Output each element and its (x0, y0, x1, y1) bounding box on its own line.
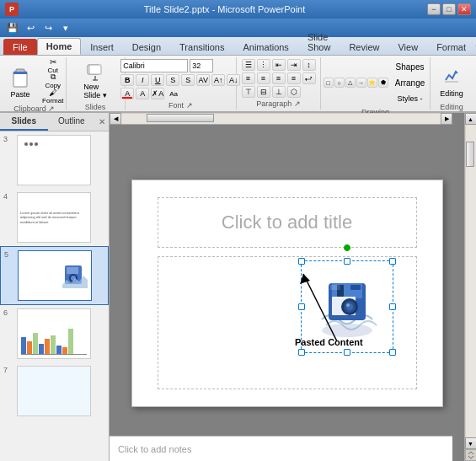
scroll-left-btn[interactable]: ◀ (110, 113, 121, 125)
quick-styles-button[interactable]: Styles - (393, 91, 428, 106)
new-slide-button[interactable]: NewSlide ▾ (79, 59, 111, 101)
tab-insert[interactable]: Insert (81, 39, 123, 55)
tab-file[interactable]: File (3, 39, 37, 55)
numbering-button[interactable]: ⋮ (257, 59, 270, 71)
handle-ml[interactable] (298, 303, 305, 310)
shape-btn-6[interactable]: ⬟ (378, 78, 388, 88)
tab-transitions[interactable]: Transitions (170, 39, 233, 55)
canvas-container: ◀ ▶ Click to add title (110, 113, 476, 461)
scroll-thumb[interactable] (466, 142, 474, 167)
char-spacing-button[interactable]: AV (196, 74, 210, 86)
redo-quick-btn[interactable]: ↪ (40, 20, 56, 35)
tab-view[interactable]: View (388, 39, 427, 55)
save-quick-btn[interactable]: 💾 (5, 20, 20, 35)
pasted-object[interactable] (301, 260, 393, 353)
clear-format-button[interactable]: ✗A (151, 88, 164, 99)
editing-button[interactable]: Editing (436, 59, 468, 101)
floppy-disk-image (313, 273, 381, 340)
paragraph-group: ☰ ⋮ ⇤ ⇥ ↕ ≡ ≡ ≡ ≡ ⮐ ⊤ ⊟ ⊥ ⬡ Paragraph ↗ (237, 57, 321, 110)
restore-button[interactable]: □ (442, 3, 456, 15)
strikethrough-button[interactable]: S (166, 74, 179, 86)
align-middle-button[interactable]: ⊟ (257, 86, 270, 98)
paste-button[interactable]: Paste (3, 60, 38, 102)
align-center-button[interactable]: ≡ (257, 72, 270, 84)
tab-slideshow[interactable]: Slide Show (298, 29, 340, 55)
shape-btn-3[interactable]: △ (345, 78, 356, 88)
increase-indent-button[interactable]: ⇥ (287, 59, 301, 71)
cut-icon: ✂ (50, 57, 56, 67)
slide-thumb-3[interactable]: 3 (0, 131, 109, 189)
font-color-button[interactable]: A (120, 88, 134, 99)
slide-num-6: 6 (3, 308, 13, 317)
line-spacing-button[interactable]: ↕ (302, 59, 316, 71)
increase-font-button[interactable]: A↑ (211, 74, 225, 86)
handle-br[interactable] (389, 349, 396, 356)
justify-button[interactable]: ≡ (287, 72, 301, 84)
slide-thumb-5[interactable]: 5 (0, 246, 109, 305)
format-painter-button[interactable]: 🖌 Format (40, 89, 66, 103)
align-top-button[interactable]: ⊤ (242, 86, 255, 98)
scroll-right-btn[interactable]: ▶ (441, 113, 452, 125)
drawing-group: □ ○ △ → ⭐ ⬟ Shapes Arrange Styles - (321, 57, 431, 110)
shape-btn-5[interactable]: ⭐ (367, 78, 377, 88)
align-right-button[interactable]: ≡ (272, 72, 286, 84)
bold-button[interactable]: B (120, 74, 134, 86)
title-placeholder[interactable]: Click to add title (158, 197, 417, 248)
text-direction-button[interactable]: ⮐ (302, 72, 316, 84)
arrange-button[interactable]: Arrange (393, 75, 428, 90)
bullets-button[interactable]: ☰ (242, 59, 255, 71)
align-left-button[interactable]: ≡ (242, 72, 255, 84)
slide-thumb-6[interactable]: 6 (0, 305, 109, 362)
tab-home[interactable]: Home (37, 38, 82, 55)
handle-tl[interactable] (298, 258, 305, 265)
undo-quick-btn[interactable]: ↩ (23, 20, 38, 35)
shape-btn-2[interactable]: ○ (334, 78, 345, 88)
h-scroll-thumb[interactable] (147, 114, 214, 122)
scroll-down-btn[interactable]: ▼ (465, 437, 477, 449)
copy-button[interactable]: ⧉ Copy (40, 74, 66, 88)
scroll-track[interactable] (466, 125, 476, 437)
slide-num-7: 7 (3, 366, 13, 374)
handle-tc[interactable] (344, 258, 350, 265)
close-button[interactable]: ✕ (457, 3, 471, 15)
tab-design[interactable]: Design (123, 39, 170, 55)
slide-thumb-4[interactable]: 4 Lorem ipsum dolor sit amet consectetur… (0, 189, 109, 246)
title-placeholder-text: Click to add title (222, 212, 352, 233)
tab-format[interactable]: Format (427, 39, 475, 55)
font-name-input[interactable] (120, 59, 188, 72)
minimize-button[interactable]: − (427, 3, 441, 15)
text-highlight-button[interactable]: A (136, 88, 149, 99)
scroll-up-btn[interactable]: ▲ (465, 113, 477, 125)
qa-dropdown-btn[interactable]: ▾ (58, 20, 73, 35)
tab-review[interactable]: Review (340, 39, 388, 55)
slide-preview-6 (17, 308, 91, 359)
font-size-input[interactable] (190, 59, 213, 72)
slide-thumb-7[interactable]: 7 (0, 362, 109, 420)
align-bottom-button[interactable]: ⊥ (272, 86, 286, 98)
underline-button[interactable]: U (151, 74, 164, 86)
handle-mr[interactable] (389, 303, 396, 310)
notes-area[interactable]: Click to add notes (110, 436, 452, 461)
editing-group-label: Editing (440, 101, 463, 111)
title-bar: P Title Slide2.pptx - Microsoft PowerPoi… (0, 0, 476, 19)
convert-to-smartart-button[interactable]: ⬡ (287, 86, 301, 98)
shapes-button[interactable]: Shapes (393, 59, 428, 74)
tab-slides[interactable]: Slides (0, 113, 48, 131)
cut-button[interactable]: ✂ Cut (40, 59, 66, 72)
tab-animations[interactable]: Animations (233, 39, 297, 55)
h-scrollbar[interactable]: ◀ ▶ (110, 113, 452, 125)
panel-close-btn[interactable]: ✕ (95, 115, 109, 129)
arrange-icon: Arrange (395, 78, 425, 88)
tab-outline[interactable]: Outline (48, 113, 96, 131)
handle-bl[interactable] (298, 349, 305, 356)
shadow-button[interactable]: S (181, 74, 195, 86)
handle-bc[interactable] (344, 349, 350, 356)
handle-rotate[interactable] (344, 244, 350, 251)
handle-tr[interactable] (389, 258, 396, 265)
italic-button[interactable]: I (136, 74, 149, 86)
scroll-expand-btn[interactable] (465, 449, 477, 461)
h-scroll-track[interactable] (121, 114, 441, 124)
shape-btn-1[interactable]: □ (324, 78, 334, 88)
decrease-indent-button[interactable]: ⇤ (272, 59, 286, 71)
shape-btn-4[interactable]: → (356, 78, 366, 88)
